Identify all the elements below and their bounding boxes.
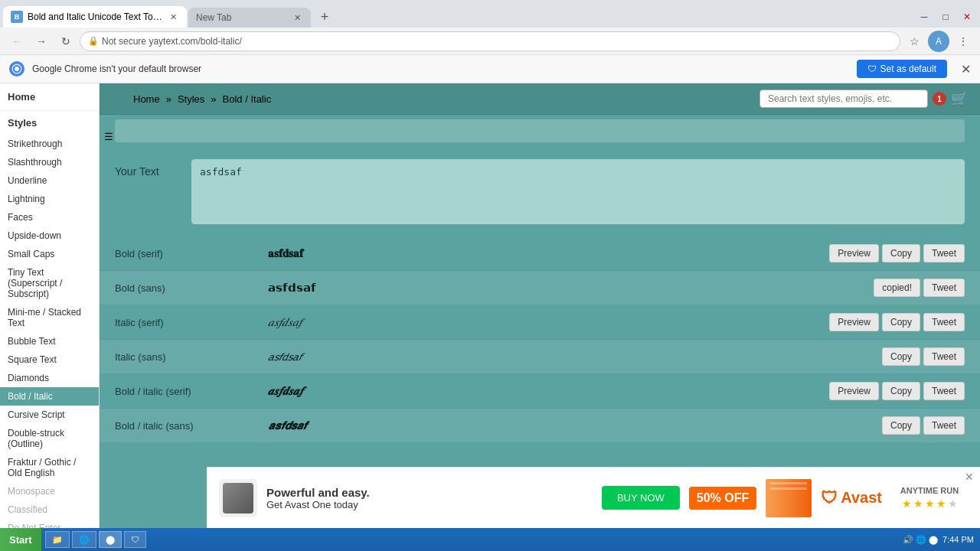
sidebar-item-faces[interactable]: Faces <box>0 208 99 227</box>
result-value-bold-serif: 𝐚𝐬𝐟𝐝𝐬𝐚𝐟 <box>268 247 829 260</box>
sidebar-item-square-text[interactable]: Square Text <box>0 350 99 369</box>
sidebar-item-small-caps[interactable]: Small Caps <box>0 245 99 263</box>
copy-btn-italic-serif[interactable]: Copy <box>882 313 920 331</box>
result-value-bold-sans: 𝗮𝘀𝗳𝗱𝘀𝗮𝗳 <box>268 281 874 295</box>
taskbar-chrome-icon[interactable]: ⬤ <box>99 531 122 548</box>
result-actions-italic-sans: Copy Tweet <box>882 347 965 366</box>
search-input[interactable] <box>760 90 928 108</box>
ad-discount-badge: 50% OFF <box>689 487 756 510</box>
set-default-button[interactable]: 🛡 Set as default <box>857 60 947 78</box>
taskbar-folder-icon[interactable]: 📁 <box>45 531 70 548</box>
ad-buy-button[interactable]: BUY NOW <box>602 486 680 510</box>
sidebar-item-cursive-script[interactable]: Cursive Script <box>0 406 99 424</box>
bookmark-icon[interactable]: ☆ <box>903 31 925 52</box>
active-tab[interactable]: B Bold and Italic Unicode Text Tool - 1.… <box>3 6 187 28</box>
tweet-btn-italic-sans[interactable]: Tweet <box>923 347 965 366</box>
sidebar-item-bold-italic[interactable]: Bold / Italic <box>0 387 99 406</box>
result-value-bold-italic-serif: 𝒂𝒔𝒇𝒅𝒔𝒂𝒇 <box>268 385 829 398</box>
sidebar-item-do-not-enter[interactable]: Do Not Enter <box>0 519 99 528</box>
minimize-button[interactable]: ─ <box>914 9 934 24</box>
top-banner <box>100 115 980 147</box>
sidebar-item-fraktur[interactable]: Fraktur / Gothic / Old English <box>0 453 99 482</box>
tab-close-button[interactable]: ✕ <box>167 11 179 23</box>
sidebar-item-strikethrough[interactable]: Strikethrough <box>0 135 99 153</box>
sidebar-styles-header: Styles <box>0 111 99 135</box>
tweet-btn-bold-italic-sans[interactable]: Tweet <box>923 416 965 435</box>
sidebar-item-diamonds[interactable]: Diamonds <box>0 369 99 387</box>
result-row-bold-italic-serif: Bold / italic (serif) 𝒂𝒔𝒇𝒅𝒔𝒂𝒇 Preview Co… <box>100 374 980 409</box>
close-button[interactable]: ✕ <box>957 9 977 24</box>
sidebar-item-underline[interactable]: Underline <box>0 171 99 190</box>
sidebar-item-tiny-text[interactable]: Tiny Text (Superscript / Subscript) <box>0 263 99 303</box>
taskbar-shield-icon[interactable]: 🛡 <box>124 531 146 548</box>
forward-button[interactable]: → <box>31 31 52 52</box>
preview-btn-bold-serif[interactable]: Preview <box>829 244 879 262</box>
result-actions-bold-italic-sans: Copy Tweet <box>882 416 965 435</box>
copied-btn-bold-sans[interactable]: copied! <box>874 279 920 297</box>
taskbar-ie-icon[interactable]: 🌐 <box>72 531 96 548</box>
breadcrumb-current: Bold / Italic <box>223 93 272 105</box>
title-bar: B Bold and Italic Unicode Text Tool - 1.… <box>0 0 980 28</box>
ad-right-graphic: ANYTIME RUN ★ ★ ★ ★ ★ <box>891 486 968 510</box>
copy-btn-bold-serif[interactable]: Copy <box>882 244 920 262</box>
protocol-label: Not secure <box>102 36 146 47</box>
sidebar-item-upside-down[interactable]: Upside-down <box>0 227 99 245</box>
your-text-section: Your Text asfdsaf <box>100 147 980 236</box>
taskbar-tray: 🔊 🌐 ⬤ 7:44 PM <box>897 535 980 545</box>
tweet-btn-bold-italic-serif[interactable]: Tweet <box>923 382 965 400</box>
sidebar-item-monospace[interactable]: Monospace <box>0 482 99 500</box>
text-input[interactable]: asfdsaf <box>191 159 965 224</box>
sidebar-item-double-struck[interactable]: Double-struck (Outline) <box>0 424 99 453</box>
inactive-tab-title: New Tab <box>196 12 231 23</box>
ad-image <box>219 479 257 517</box>
address-text: yaytext.com/bold-italic/ <box>149 36 241 47</box>
reload-button[interactable]: ↻ <box>55 31 77 52</box>
copy-btn-bold-italic-sans[interactable]: Copy <box>882 416 920 435</box>
start-button[interactable]: Start <box>0 528 42 551</box>
ad-book-graphic <box>766 479 812 517</box>
your-text-label: Your Text <box>115 159 176 178</box>
breadcrumb-home[interactable]: Home <box>133 93 160 105</box>
back-button[interactable]: ← <box>6 31 28 52</box>
cart-badge: 1 <box>933 92 946 106</box>
profile-button[interactable]: A <box>928 31 949 52</box>
preview-btn-italic-serif[interactable]: Preview <box>829 313 879 331</box>
copy-btn-bold-italic-serif[interactable]: Copy <box>882 382 920 400</box>
tweet-btn-italic-serif[interactable]: Tweet <box>923 313 965 331</box>
inactive-tab[interactable]: New Tab ✕ <box>188 8 311 28</box>
inactive-tab-close[interactable]: ✕ <box>291 11 303 24</box>
result-label-bold-italic-sans: Bold / italic (sans) <box>115 420 268 432</box>
sidebar-item-lightning[interactable]: Lightning <box>0 190 99 208</box>
tab-title: Bold and Italic Unicode Text Tool - 1... <box>28 11 167 22</box>
copy-btn-italic-sans[interactable]: Copy <box>882 347 920 366</box>
sidebar-item-mini-me[interactable]: Mini-me / Stacked Text <box>0 303 99 332</box>
result-row-italic-serif: Italic (serif) 𝑎𝑠𝑓𝑑𝑠𝑎𝑓 Preview Copy Twee… <box>100 305 980 340</box>
preview-btn-bold-italic-serif[interactable]: Preview <box>829 382 879 400</box>
ad-subtext: Get Avast One today <box>266 499 593 510</box>
sidebar-item-bubble-text[interactable]: Bubble Text <box>0 332 99 350</box>
tweet-btn-bold-serif[interactable]: Tweet <box>923 244 965 262</box>
sidebar-home[interactable]: Home <box>0 83 99 111</box>
tray-icon-2: 🌐 <box>916 535 926 545</box>
navigation-bar: ← → ↻ 🔒 Not secure yaytext.com/bold-ital… <box>0 28 980 55</box>
cart-icon[interactable]: 🛒 <box>951 90 968 107</box>
breadcrumb-styles[interactable]: Styles <box>178 93 204 105</box>
notification-text: Google Chrome isn't your default browser <box>32 64 849 74</box>
notification-close-icon[interactable]: ✕ <box>961 62 971 77</box>
ad-close-button[interactable]: ✕ <box>965 471 974 483</box>
tweet-btn-bold-sans[interactable]: Tweet <box>923 279 965 297</box>
content-area: ☰ Home » Styles » Bold / Italic 1 🛒 Your <box>100 83 980 528</box>
maximize-button[interactable]: □ <box>936 9 956 24</box>
banner-content <box>115 119 965 142</box>
tray-icons: 🔊 🌐 ⬤ <box>903 535 938 545</box>
result-value-italic-sans: 𝘢𝘴𝘧𝘥𝘴𝘢𝘧 <box>268 350 882 364</box>
new-tab-button[interactable]: + <box>314 6 335 28</box>
notification-bar: Google Chrome isn't your default browser… <box>0 55 980 83</box>
result-value-bold-italic-sans: 𝙖𝙨𝙛𝙙𝙨𝙖𝙛 <box>268 419 882 432</box>
sidebar-item-slashthrough[interactable]: Slashthrough <box>0 153 99 171</box>
sidebar-item-classified[interactable]: Classified <box>0 500 99 519</box>
address-bar[interactable]: 🔒 Not secure yaytext.com/bold-italic/ <box>80 31 900 51</box>
ad-text-area: Powerful and easy. Get Avast One today <box>266 486 593 510</box>
menu-icon[interactable]: ⋮ <box>952 31 974 52</box>
menu-hamburger-icon[interactable]: ☰ <box>100 127 118 145</box>
